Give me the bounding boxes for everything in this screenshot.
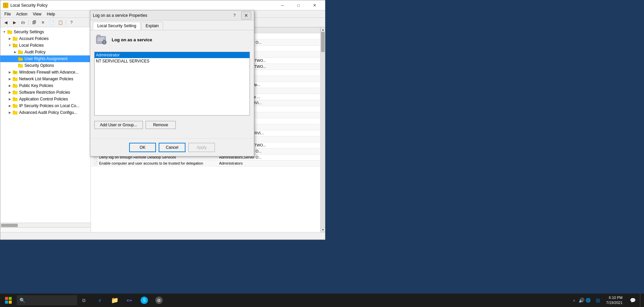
sidebar-item-windows-firewall[interactable]: ▶ 🛡 Windows Firewall with Advance... [0, 69, 91, 76]
svg-rect-30 [13, 111, 15, 112]
policy-name-label: Log on as a service [112, 37, 152, 42]
sidebar-item-local-policies[interactable]: ▼ Local Policies [0, 42, 91, 49]
dialog-close-button[interactable]: ✕ [241, 11, 251, 19]
sidebar-item-security-options[interactable]: Security Options [0, 62, 91, 69]
add-user-or-group-button[interactable]: Add User or Group... [94, 121, 143, 129]
back-button[interactable]: ◀ [2, 19, 10, 26]
sidebar-label-software-restriction: Software Restriction Policies [19, 90, 70, 95]
windows-logo-icon [5, 297, 12, 304]
sidebar-item-advanced-audit[interactable]: ▶ Advanced Audit Policy Configu... [0, 109, 91, 116]
app-icon [3, 3, 8, 8]
system-tray-expand[interactable]: ∧ [572, 299, 577, 302]
scroll-up-arrow[interactable]: ▲ [321, 27, 325, 32]
cmd-icon: C:\> [126, 297, 133, 304]
folder-icon-security-settings [7, 29, 12, 35]
up-button[interactable]: 🗁 [19, 19, 27, 26]
main-window-titlebar: Local Security Policy ─ □ ✕ [0, 0, 325, 10]
dialog-policy-header: Log on as a service [90, 30, 254, 49]
sidebar-item-account-policies[interactable]: ▶ Account Policies [0, 35, 91, 42]
expander-application-control: ▶ [7, 96, 12, 102]
setting-cell: Administrators [217, 160, 320, 166]
taskbar-app-items: e 📁 C:\> S ⚙ [93, 294, 166, 307]
table-row[interactable]: 📄Enable computer and user accounts to be… [91, 160, 320, 166]
folder-icon-ip-security [12, 103, 18, 108]
folder-icon-local-policies [12, 43, 18, 48]
show-hide-tree-button[interactable]: 🗐 [30, 19, 38, 26]
dialog-log-on-as-service: Log on as a service Properties ? ✕ Local… [90, 10, 254, 157]
svg-rect-29 [13, 112, 17, 115]
menu-view[interactable]: View [30, 11, 44, 17]
sidebar-item-application-control[interactable]: ▶ Application Control Policies [0, 96, 91, 102]
taskbar-item-settings[interactable]: ⚙ [152, 294, 166, 307]
taskbar-search[interactable]: 🔍 [17, 295, 77, 305]
svg-rect-26 [13, 97, 15, 98]
taskbar-item-file-explorer[interactable]: 📁 [108, 294, 121, 307]
dialog-footer: OK Cancel Apply [90, 138, 254, 156]
notification-center-button[interactable]: 💬 [626, 294, 639, 307]
users-list-container[interactable]: Administrator NT SERVICE\ALL SERVICES [94, 52, 250, 116]
svg-rect-34 [98, 39, 103, 40]
menu-file[interactable]: File [2, 11, 13, 17]
maximize-button[interactable]: □ [291, 0, 306, 10]
expander-security-settings: ▼ [2, 29, 7, 35]
titlebar-controls: ─ □ ✕ [275, 0, 322, 10]
dialog-help-button[interactable]: ? [230, 11, 238, 19]
scroll-track[interactable] [321, 32, 325, 227]
user-list-item-nt-service[interactable]: NT SERVICE\ALL SERVICES [95, 58, 250, 64]
menu-help[interactable]: Help [44, 11, 58, 17]
minimize-button[interactable]: ─ [275, 0, 290, 10]
tray-expand-icon: ∧ [573, 299, 575, 302]
sidebar-item-user-rights-assignment[interactable]: User Rights Assignment [0, 55, 91, 62]
svg-rect-4 [7, 30, 9, 31]
user-list-item-administrator[interactable]: Administrator [95, 52, 250, 58]
sidebar-label-application-control: Application Control Policies [19, 97, 68, 101]
folder-icon-windows-firewall: 🛡 [12, 70, 18, 75]
folder-icon-user-rights [18, 56, 23, 61]
sidebar-item-security-settings[interactable]: ▼ Security Settings [0, 29, 91, 35]
taskbar-item-cmd[interactable]: C:\> [123, 294, 136, 307]
svg-rect-14 [18, 64, 23, 68]
sidebar-item-software-restriction[interactable]: ▶ Software Restriction Policies [0, 89, 91, 96]
sidebar-label-account-policies: Account Policies [19, 36, 49, 41]
close-button[interactable]: ✕ [307, 0, 322, 10]
expander-local-policies: ▼ [7, 43, 12, 48]
expander-security-options [12, 63, 18, 68]
tiles-icon: ⊞ [596, 297, 600, 304]
sidebar-hscrollbar[interactable] [0, 223, 91, 227]
menu-action[interactable]: Action [13, 11, 30, 17]
svg-rect-23 [13, 91, 17, 94]
show-desktop-button[interactable] [640, 294, 643, 307]
remove-button[interactable]: Remove [146, 121, 176, 129]
cancel-button[interactable]: Cancel [159, 143, 185, 152]
system-tray-icons[interactable]: 🔊 🌐 [577, 298, 592, 303]
clock-date: 7/19/2021 [606, 300, 623, 305]
sidebar-item-public-key[interactable]: ▶ Public Key Policies [0, 82, 91, 89]
sidebar-label-audit-policy: Audit Policy [24, 50, 46, 54]
taskbar-right: ∧ 🔊 🌐 ⊞ 6:10 PM 7/19/2021 💬 [572, 294, 644, 307]
apply-button[interactable]: Apply [188, 143, 215, 152]
svg-rect-3 [7, 31, 12, 34]
tab-local-security-setting[interactable]: Local Security Setting [93, 22, 141, 30]
scroll-thumb[interactable] [321, 32, 325, 52]
sidebar-item-audit-policy[interactable]: ▶ Audit Policy [0, 49, 91, 55]
taskbar-clock[interactable]: 6:10 PM 7/19/2021 [603, 295, 625, 306]
help-button[interactable]: ? [67, 19, 75, 26]
taskbar-corner-tiles[interactable]: ⊞ [593, 294, 603, 307]
taskview-button[interactable]: ⧉ [77, 294, 91, 307]
tab-explain[interactable]: Explain [141, 22, 163, 30]
sidebar-item-network-list[interactable]: ▶ Network List Manager Policies [0, 76, 91, 82]
vertical-scrollbar[interactable]: ▲ ▼ [320, 27, 325, 232]
folder-icon-software-restriction [12, 90, 18, 95]
scroll-down-arrow[interactable]: ▼ [321, 227, 325, 232]
expander-audit-policy: ▶ [12, 49, 18, 55]
delete-button[interactable]: ✕ [39, 19, 47, 26]
start-button[interactable] [0, 294, 17, 307]
forward-button[interactable]: ▶ [10, 19, 18, 26]
ok-button[interactable]: OK [129, 143, 156, 152]
taskbar-item-skype[interactable]: S [138, 294, 151, 307]
properties-button[interactable]: 📄 [48, 19, 56, 26]
sidebar-item-ip-security[interactable]: ▶ IP Security Policies on Local Co... [0, 102, 91, 109]
tree-container: ▼ Security Settings ▶ Account Policies [0, 27, 91, 117]
export-button[interactable]: 📋 [56, 19, 64, 26]
taskbar-item-edge[interactable]: e [93, 294, 107, 307]
